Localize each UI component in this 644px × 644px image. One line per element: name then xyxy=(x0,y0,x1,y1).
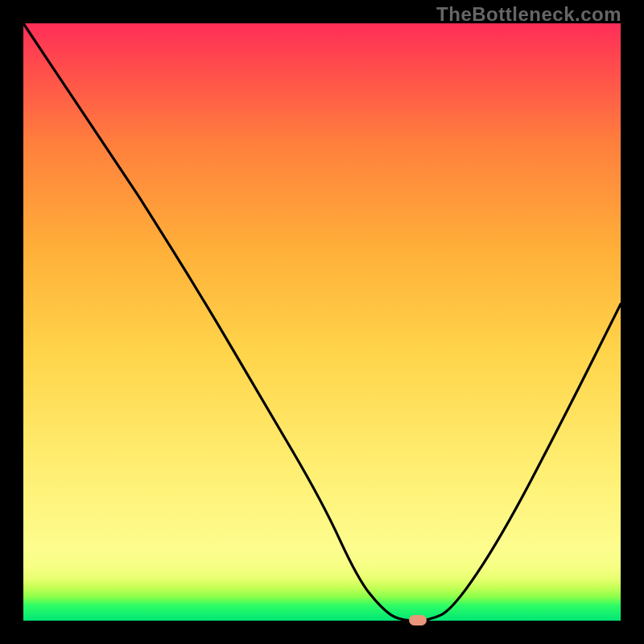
watermark-text: TheBottleneck.com xyxy=(436,3,621,26)
optimal-point-marker xyxy=(409,615,427,625)
curve-line xyxy=(23,23,621,621)
bottleneck-curve xyxy=(23,23,621,621)
bottleneck-chart: TheBottleneck.com xyxy=(0,0,644,644)
